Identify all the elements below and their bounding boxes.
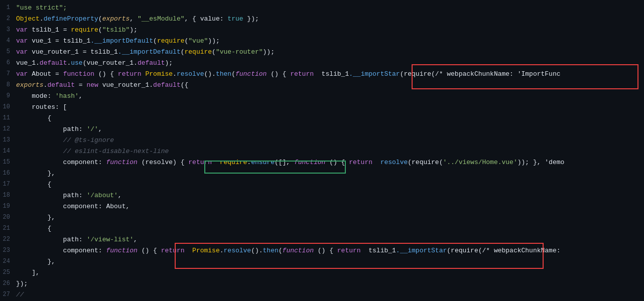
line-content: mode: 'hash', bbox=[16, 92, 640, 100]
line-content: { bbox=[16, 225, 640, 232]
line-content: // bbox=[16, 291, 640, 298]
line-content: ], bbox=[16, 269, 640, 276]
line-number: 22 bbox=[0, 236, 16, 243]
line-content: component: function (resolve) { return r… bbox=[16, 159, 640, 166]
code-line: 20 }, bbox=[0, 212, 644, 223]
code-line: 13 // @ts-ignore bbox=[0, 134, 644, 145]
line-number: 1 bbox=[0, 4, 16, 11]
line-number: 20 bbox=[0, 214, 16, 221]
code-line: 26}); bbox=[0, 278, 644, 289]
line-number: 19 bbox=[0, 203, 16, 210]
line-number: 21 bbox=[0, 225, 16, 232]
line-number: 13 bbox=[0, 136, 16, 143]
line-content: component: About, bbox=[16, 203, 640, 210]
line-number: 3 bbox=[0, 26, 16, 33]
line-number: 25 bbox=[0, 269, 16, 276]
line-content: var tslib_1 = require("tslib"); bbox=[16, 26, 640, 34]
line-number: 5 bbox=[0, 48, 16, 55]
code-line: 15 component: function (resolve) { retur… bbox=[0, 157, 644, 168]
code-line: 8exports.default = new vue_router_1.defa… bbox=[0, 79, 644, 90]
line-number: 24 bbox=[0, 258, 16, 265]
code-line: 22 path: '/view-list', bbox=[0, 234, 644, 245]
line-number: 23 bbox=[0, 247, 16, 254]
line-number: 4 bbox=[0, 37, 16, 44]
line-content: path: '/about', bbox=[16, 192, 640, 199]
code-editor: 1"use strict";2Object.defineProperty(exp… bbox=[0, 0, 644, 301]
line-number: 10 bbox=[0, 103, 16, 110]
line-number: 12 bbox=[0, 125, 16, 132]
code-line: 14 // eslint-disable-next-line bbox=[0, 145, 644, 157]
code-line: 23 component: function () { return Promi… bbox=[0, 245, 644, 256]
line-content: { bbox=[16, 181, 640, 188]
line-content: "use strict"; bbox=[16, 4, 640, 12]
line-content: path: '/', bbox=[16, 125, 640, 133]
line-number: 14 bbox=[0, 147, 16, 155]
line-number: 11 bbox=[0, 114, 16, 121]
line-content: }); bbox=[16, 280, 640, 287]
line-number: 15 bbox=[0, 159, 16, 166]
code-line: 18 path: '/about', bbox=[0, 190, 644, 201]
code-line: 4var vue_1 = tslib_1.__importDefault(req… bbox=[0, 35, 644, 46]
code-line: 2Object.defineProperty(exports, "__esMod… bbox=[0, 13, 644, 24]
line-number: 9 bbox=[0, 92, 16, 99]
line-number: 6 bbox=[0, 59, 16, 66]
code-line: 17 { bbox=[0, 179, 644, 190]
code-line: 1"use strict"; bbox=[0, 2, 644, 13]
line-number: 18 bbox=[0, 192, 16, 199]
line-content: }, bbox=[16, 170, 640, 177]
line-content: var About = function () { return Promise… bbox=[16, 70, 640, 78]
line-number: 8 bbox=[0, 81, 16, 88]
line-content: Object.defineProperty(exports, "__esModu… bbox=[16, 15, 640, 23]
code-line: 24 }, bbox=[0, 256, 644, 267]
code-line: 12 path: '/', bbox=[0, 123, 644, 134]
line-content: vue_1.default.use(vue_router_1.default); bbox=[16, 59, 640, 67]
code-line: 25 ], bbox=[0, 267, 644, 278]
line-content: path: '/view-list', bbox=[16, 236, 640, 243]
line-number: 27 bbox=[0, 291, 16, 298]
line-content: component: function () { return Promise.… bbox=[16, 247, 640, 254]
code-line: 6vue_1.default.use(vue_router_1.default)… bbox=[0, 57, 644, 68]
line-number: 7 bbox=[0, 70, 16, 77]
code-line: 10 routes: [ bbox=[0, 101, 644, 112]
code-line: 3var tslib_1 = require("tslib"); bbox=[0, 24, 644, 35]
line-content: // @ts-ignore bbox=[16, 136, 640, 144]
line-content: var vue_1 = tslib_1.__importDefault(requ… bbox=[16, 37, 640, 45]
line-number: 2 bbox=[0, 15, 16, 22]
line-content: }, bbox=[16, 214, 640, 221]
code-line: 7var About = function () { return Promis… bbox=[0, 68, 644, 79]
code-line: 27// bbox=[0, 289, 644, 300]
line-content: }, bbox=[16, 258, 640, 265]
code-line: 9 mode: 'hash', bbox=[0, 90, 644, 101]
code-line: 21 { bbox=[0, 223, 644, 234]
line-content: var vue_router_1 = tslib_1.__importDefau… bbox=[16, 48, 640, 56]
code-line: 5var vue_router_1 = tslib_1.__importDefa… bbox=[0, 46, 644, 57]
line-number: 17 bbox=[0, 181, 16, 188]
line-number: 16 bbox=[0, 170, 16, 177]
line-content: { bbox=[16, 114, 640, 122]
line-content: // eslint-disable-next-line bbox=[16, 147, 640, 155]
code-line: 16 }, bbox=[0, 168, 644, 179]
line-content: routes: [ bbox=[16, 103, 640, 111]
line-content: exports.default = new vue_router_1.defau… bbox=[16, 81, 640, 89]
code-line: 19 component: About, bbox=[0, 201, 644, 212]
code-line: 11 { bbox=[0, 112, 644, 123]
line-number: 26 bbox=[0, 280, 16, 287]
